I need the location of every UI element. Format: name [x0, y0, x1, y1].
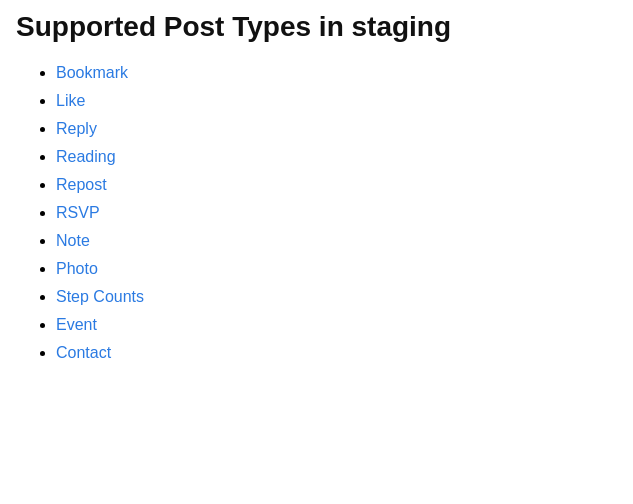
list-item: RSVP: [56, 204, 617, 222]
list-item: Event: [56, 316, 617, 334]
list-item: Note: [56, 232, 617, 250]
list-item: Contact: [56, 344, 617, 362]
post-type-link-note[interactable]: Note: [56, 232, 90, 249]
post-type-link-reading[interactable]: Reading: [56, 148, 116, 165]
post-type-link-repost[interactable]: Repost: [56, 176, 107, 193]
list-item: Like: [56, 92, 617, 110]
list-item: Photo: [56, 260, 617, 278]
post-type-link-bookmark[interactable]: Bookmark: [56, 64, 128, 81]
post-type-link-rsvp[interactable]: RSVP: [56, 204, 100, 221]
post-type-link-reply[interactable]: Reply: [56, 120, 97, 137]
page-title: Supported Post Types in staging: [16, 10, 617, 44]
post-type-link-event[interactable]: Event: [56, 316, 97, 333]
list-item: Reply: [56, 120, 617, 138]
post-type-link-contact[interactable]: Contact: [56, 344, 111, 361]
post-type-link-step-counts[interactable]: Step Counts: [56, 288, 144, 305]
list-item: Reading: [56, 148, 617, 166]
list-item: Repost: [56, 176, 617, 194]
post-type-link-like[interactable]: Like: [56, 92, 85, 109]
list-item: Bookmark: [56, 64, 617, 82]
post-types-list: BookmarkLikeReplyReadingRepostRSVPNotePh…: [16, 64, 617, 362]
post-type-link-photo[interactable]: Photo: [56, 260, 98, 277]
list-item: Step Counts: [56, 288, 617, 306]
